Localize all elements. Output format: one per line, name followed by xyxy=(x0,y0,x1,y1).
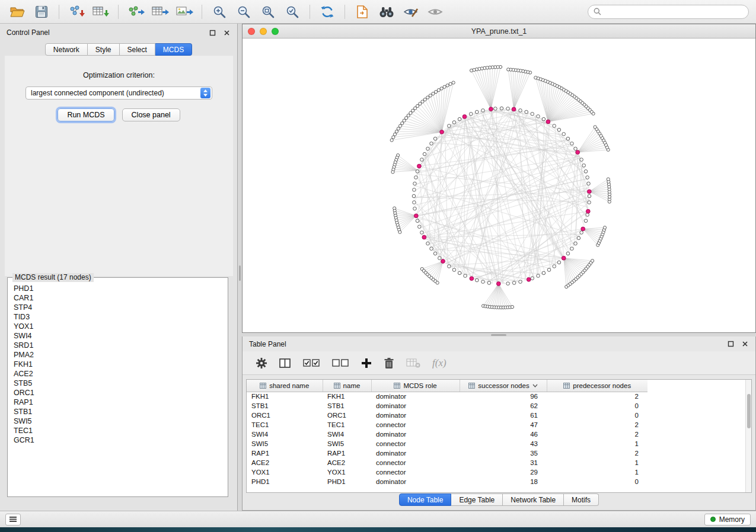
network-window-titlebar[interactable]: YPA_prune.txt_1 xyxy=(243,24,755,39)
table-cell: SWI4 xyxy=(323,430,371,439)
window-close-button[interactable] xyxy=(248,28,255,35)
trash-icon xyxy=(384,357,394,369)
table-row[interactable]: PHD1PHD1dominator180 xyxy=(247,477,647,486)
mcds-result-item[interactable]: PHD1 xyxy=(14,284,227,293)
mcds-result-item[interactable]: SWI5 xyxy=(14,416,227,426)
mcds-result-item[interactable]: TID3 xyxy=(14,312,227,322)
table-settings-button[interactable] xyxy=(256,357,267,369)
find-button[interactable] xyxy=(377,3,397,21)
select-all-columns-button[interactable] xyxy=(303,358,320,368)
export-table-button[interactable] xyxy=(150,3,170,21)
table-row[interactable]: RAP1RAP1dominator352 xyxy=(247,448,647,458)
mcds-result-item[interactable]: STB5 xyxy=(14,379,227,388)
table-row[interactable]: YOX1YOX1connector291 xyxy=(247,467,647,477)
window-zoom-button[interactable] xyxy=(272,28,279,35)
mcds-result-item[interactable]: ORC1 xyxy=(14,388,227,398)
column-header-successor-nodes[interactable]: successor nodes xyxy=(460,380,547,392)
create-column-button[interactable] xyxy=(361,358,372,368)
mcds-result-item[interactable]: FKH1 xyxy=(14,360,227,369)
search-input[interactable] xyxy=(605,8,743,16)
delete-table-button-disabled xyxy=(406,358,420,368)
table-cell: ORC1 xyxy=(247,411,323,420)
table-scrollbar[interactable] xyxy=(745,380,751,492)
table-row[interactable]: SWI4SWI4dominator462 xyxy=(247,430,647,439)
zoom-fit-button[interactable] xyxy=(258,3,278,21)
vertical-splitter[interactable] xyxy=(238,24,242,511)
zoom-in-button[interactable] xyxy=(209,3,229,21)
table-row[interactable]: SWI5SWI5connector431 xyxy=(247,439,647,448)
mcds-result-item[interactable]: CAR1 xyxy=(14,293,227,303)
memory-status-icon xyxy=(710,517,716,522)
unselect-all-columns-button[interactable] xyxy=(332,358,349,368)
mcds-result-item[interactable]: PMA2 xyxy=(14,350,227,360)
search-field[interactable] xyxy=(588,5,749,19)
network-canvas[interactable] xyxy=(243,39,755,332)
table-row[interactable]: FKH1FKH1dominator962 xyxy=(247,392,647,401)
optimization-criterion-select[interactable]: largest connected component (undirected) xyxy=(25,86,212,100)
mcds-result-item[interactable]: ACE2 xyxy=(14,369,227,379)
mcds-result-item[interactable]: RAP1 xyxy=(14,398,227,407)
float-panel-button[interactable] xyxy=(208,28,216,37)
close-panel-action-button[interactable]: Close panel xyxy=(122,108,180,121)
column-type-icon xyxy=(563,383,570,389)
show-graphics-details-button[interactable] xyxy=(401,3,421,21)
tab-network[interactable]: Network xyxy=(45,43,88,56)
control-panel-header: Control Panel xyxy=(0,24,237,41)
tab-select[interactable]: Select xyxy=(120,43,155,56)
export-image-button[interactable] xyxy=(174,3,194,21)
tab-mcds[interactable]: MCDS xyxy=(155,43,192,56)
mcds-result-item[interactable]: SWI4 xyxy=(14,331,227,341)
float-table-panel-button[interactable] xyxy=(726,340,735,348)
save-session-button[interactable] xyxy=(31,3,52,21)
table-cell: 46 xyxy=(460,430,547,439)
mcds-result-item[interactable]: GCR1 xyxy=(14,435,227,445)
delete-column-button[interactable] xyxy=(384,357,394,369)
export-document-button[interactable] xyxy=(352,3,372,21)
zoom-out-button[interactable] xyxy=(234,3,254,21)
tab-edge-table[interactable]: Edge Table xyxy=(451,493,503,506)
table-row[interactable]: ORC1ORC1dominator610 xyxy=(247,411,647,420)
control-panel-title: Control Panel xyxy=(7,28,50,37)
column-header-mcds-role[interactable]: MCDS role xyxy=(371,380,460,392)
mcds-result-list[interactable]: PHD1CAR1STP4TID3YOX1SWI4SRD1PMA2FKH1ACE2… xyxy=(8,284,227,496)
close-icon xyxy=(742,341,748,347)
memory-label: Memory xyxy=(719,515,745,524)
table-cell: 2 xyxy=(547,420,647,430)
import-table-button[interactable] xyxy=(91,3,111,21)
table-cell: dominator xyxy=(371,392,460,401)
zoom-selected-button[interactable] xyxy=(282,3,302,21)
toggle-bird-eye-view-button[interactable] xyxy=(425,3,445,21)
column-header-predecessor-nodes[interactable]: predecessor nodes xyxy=(547,380,647,392)
window-minimize-button[interactable] xyxy=(260,28,267,35)
close-panel-button[interactable] xyxy=(222,28,231,37)
mcds-result-item[interactable]: STP4 xyxy=(14,303,227,312)
tab-node-table[interactable]: Node Table xyxy=(399,493,452,506)
mcds-result-item[interactable]: STB1 xyxy=(14,407,227,416)
tab-motifs[interactable]: Motifs xyxy=(564,493,599,506)
show-panels-menu-button[interactable] xyxy=(5,514,21,525)
column-type-icon xyxy=(334,383,340,389)
column-header-shared-name[interactable]: shared name xyxy=(247,380,323,392)
refresh-button[interactable] xyxy=(317,3,337,21)
mcds-tab-content: Optimization criterion: largest connecte… xyxy=(5,56,233,276)
run-mcds-button[interactable]: Run MCDS xyxy=(58,108,114,121)
memory-button[interactable]: Memory xyxy=(704,514,751,525)
table-cell: ACE2 xyxy=(323,458,371,467)
column-type-icon xyxy=(394,383,400,389)
mcds-result-item[interactable]: TEC1 xyxy=(14,426,227,435)
mcds-result-item[interactable]: YOX1 xyxy=(14,322,227,331)
open-session-button[interactable] xyxy=(7,3,27,21)
import-network-button[interactable] xyxy=(66,3,87,21)
table-row[interactable]: STB1STB1dominator620 xyxy=(247,401,647,411)
close-table-panel-button[interactable] xyxy=(741,340,749,348)
table-row[interactable]: TEC1TEC1connector472 xyxy=(247,420,647,430)
mcds-result-item[interactable]: SRD1 xyxy=(14,341,227,350)
table-scrollbar-thumb[interactable] xyxy=(747,394,751,428)
export-network-button[interactable] xyxy=(126,3,146,21)
checked-boxes-icon xyxy=(303,358,320,368)
tab-style[interactable]: Style xyxy=(88,43,120,56)
column-header-name[interactable]: name xyxy=(323,380,371,392)
show-columns-button[interactable] xyxy=(279,358,291,368)
table-row[interactable]: ACE2ACE2connector311 xyxy=(247,458,647,467)
tab-network-table[interactable]: Network Table xyxy=(503,493,564,506)
